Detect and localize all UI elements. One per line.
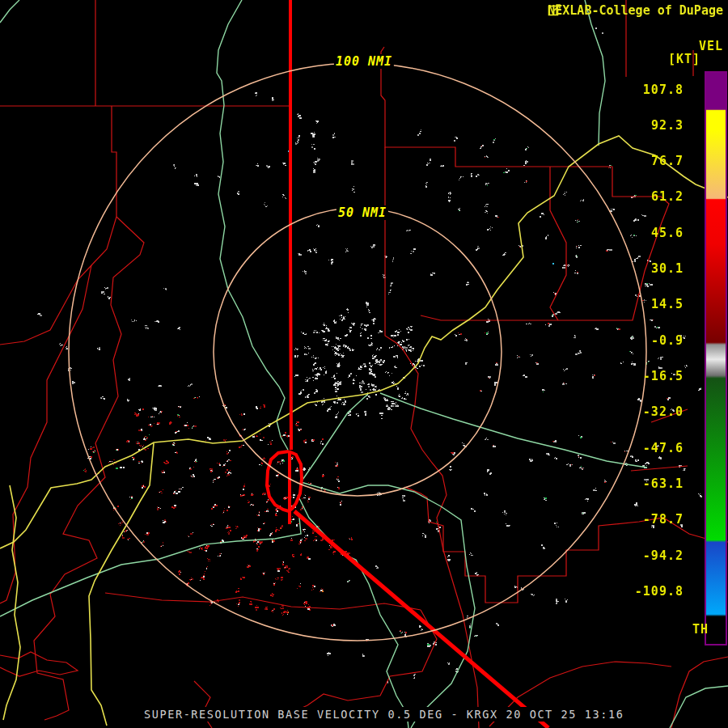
legend-tick-label: 107.8 — [643, 83, 684, 97]
site-title: NEXLAB-College of DuPage — [548, 3, 723, 18]
legend-tick-label: -78.7 — [643, 512, 684, 527]
legend-tick-label: 61.2 — [651, 189, 684, 204]
road-line — [217, 0, 288, 450]
range-ring-100nmi — [69, 63, 646, 641]
radar-display: 100 NMI 50 NMI NEXLAB-College of DuPage … — [0, 0, 728, 728]
legend-tick-label: 45.6 — [651, 226, 684, 240]
county-boundary-line — [550, 167, 566, 320]
legend-tick-label: -94.2 — [643, 548, 684, 563]
external-link-icon[interactable] — [548, 3, 561, 17]
legend-tick-label: -109.8 — [635, 584, 684, 599]
velocity-colorbar — [705, 71, 727, 645]
road-line — [585, 0, 605, 146]
legend-units-label: [KT] — [668, 52, 700, 66]
legend-tick-label: -63.1 — [643, 476, 684, 491]
legend-threshold-label: TH — [692, 622, 709, 637]
status-bar: SUPER-RESOLUTION BASE VELOCITY 0.5 DEG -… — [142, 707, 626, 722]
legend-tick-label: 92.3 — [651, 118, 684, 133]
road-line — [89, 443, 154, 726]
road-line — [3, 485, 20, 720]
legend-tick-label: -0.9 — [651, 333, 684, 348]
road-line — [301, 482, 475, 728]
road-line — [0, 518, 301, 616]
product-status-text: SUPER-RESOLUTION BASE VELOCITY 0.5 DEG -… — [144, 708, 624, 721]
county-boundary-line — [0, 265, 91, 603]
legend-product-label: VEL — [699, 39, 723, 53]
range-ring-label-100nmi: 100 NMI — [334, 54, 394, 69]
site-header: NEXLAB-College of DuPage — [548, 3, 723, 18]
legend-tick-label: -32.0 — [643, 404, 684, 419]
road-line — [0, 0, 19, 23]
legend-tick-label: 30.1 — [651, 261, 684, 276]
range-ring-50nmi — [214, 208, 502, 496]
legend-tick-label: -16.5 — [643, 369, 684, 383]
legend-tick-label: 14.5 — [651, 297, 684, 311]
county-boundary-line — [290, 610, 437, 713]
road-line — [380, 393, 647, 468]
county-boundary-line — [0, 652, 78, 676]
map-overlay[interactable] — [0, 0, 728, 728]
state-boundary-line — [294, 511, 548, 728]
county-boundary-line — [34, 217, 144, 720]
state-boundary-line — [267, 451, 302, 511]
legend-tick-label: 76.7 — [651, 154, 684, 168]
legend-tick-label: -47.6 — [643, 441, 684, 455]
road-line — [670, 686, 728, 728]
road-line — [301, 394, 368, 482]
county-boundary-line — [385, 147, 479, 728]
county-boundary-line — [0, 106, 116, 345]
range-ring-label-50nmi: 50 NMI — [336, 205, 388, 220]
county-boundary-line — [671, 657, 728, 728]
county-boundary-line — [381, 47, 669, 320]
